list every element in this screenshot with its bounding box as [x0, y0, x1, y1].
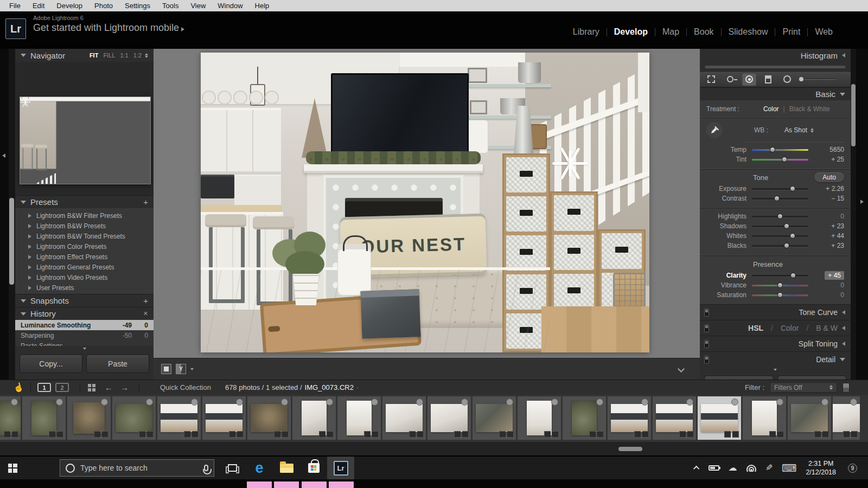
preset-folder[interactable]: Lightroom Effect Presets	[15, 252, 154, 262]
collapse-right-panel-icon[interactable]	[860, 200, 864, 204]
filmstrip-thumbnail[interactable]	[653, 396, 696, 440]
module-library[interactable]: Library	[566, 27, 607, 37]
filmstrip-thumbnail[interactable]	[22, 396, 66, 440]
graduated-filter-icon[interactable]	[761, 73, 775, 86]
slider-thumb[interactable]	[770, 147, 775, 152]
navigator-header[interactable]: Navigator FIT FILL 1:1 1:2	[15, 49, 154, 62]
preset-folder[interactable]: Lightroom Video Presets	[15, 272, 154, 282]
view-options-caret-icon[interactable]	[190, 368, 194, 370]
panel-end-caret-icon[interactable]	[83, 348, 86, 350]
eyedropper-icon[interactable]	[706, 122, 723, 138]
left-scrollbar-thumb[interactable]	[9, 198, 14, 285]
zoom-1-2[interactable]: 1:2	[133, 52, 142, 59]
menu-settings[interactable]: Settings	[119, 2, 156, 10]
panel-toggle[interactable]	[704, 356, 709, 364]
filmstrip-scrollbar-thumb[interactable]	[618, 447, 642, 451]
navigator-preview[interactable]: OUR NEST	[20, 97, 150, 184]
menu-photo[interactable]: Photo	[88, 2, 119, 10]
slider-thumb[interactable]	[784, 243, 789, 248]
loupe-view-icon[interactable]	[161, 364, 171, 374]
filmstrip-thumbnail[interactable]	[337, 396, 381, 440]
treatment-color-option[interactable]: Color	[763, 105, 779, 113]
clear-history-icon[interactable]: ✕	[143, 310, 148, 317]
grid-view-icon[interactable]	[88, 384, 95, 391]
preset-folder[interactable]: Lightroom B&W Presets	[15, 221, 154, 231]
reset-button[interactable]: Reset	[777, 376, 847, 380]
mic-icon[interactable]	[204, 465, 208, 471]
module-slideshow[interactable]: Slideshow	[722, 27, 775, 37]
zoom-fill[interactable]: FILL	[103, 52, 115, 59]
filmstrip-thumbnail[interactable]	[788, 396, 831, 440]
filmstrip-thumbnail[interactable]	[518, 396, 561, 440]
store-icon[interactable]	[300, 457, 327, 479]
windows-start-icon[interactable]	[0, 457, 25, 479]
hand-tool-icon[interactable]: ☝	[12, 381, 25, 394]
wb-value[interactable]: As Shot	[784, 126, 807, 134]
whites-slider-track[interactable]	[752, 235, 808, 237]
slider-thumb[interactable]	[784, 223, 789, 229]
filmstrip-thumbnail[interactable]	[833, 396, 860, 440]
history-step[interactable]: Sharpening -50 0	[15, 330, 154, 341]
crop-overlay-icon[interactable]	[704, 73, 718, 86]
module-book[interactable]: Book	[687, 27, 720, 37]
taskbar-search[interactable]	[60, 459, 214, 477]
preset-folder[interactable]: Lightroom B&W Toned Presets	[15, 231, 154, 241]
main-photo[interactable]: OUR NEST	[201, 53, 649, 352]
module-develop[interactable]: Develop	[607, 27, 655, 37]
module-web[interactable]: Web	[808, 27, 840, 37]
slider-thumb[interactable]	[777, 282, 783, 288]
pen-icon[interactable]: ✎	[765, 464, 773, 472]
snapshots-header[interactable]: Snapshots +	[15, 294, 154, 307]
vibrance-slider-track[interactable]	[752, 285, 808, 286]
filmstrip-thumbnail[interactable]	[247, 396, 291, 440]
preset-folder[interactable]: Lightroom B&W Filter Presets	[15, 210, 154, 221]
menu-help[interactable]: Help	[249, 2, 276, 10]
adjustment-brush-icon[interactable]	[799, 73, 836, 86]
previous-button[interactable]: Previous	[704, 376, 774, 380]
filmstrip-thumbnail[interactable]	[202, 396, 246, 440]
history-header[interactable]: History ✕	[15, 307, 154, 320]
wifi-icon[interactable]	[746, 465, 756, 472]
filmstrip-thumbnail[interactable]	[67, 396, 111, 440]
navigator-preview-photo[interactable]: OUR NEST	[20, 97, 150, 184]
monitor-2-icon[interactable]: 2	[55, 383, 69, 392]
red-eye-icon[interactable]	[742, 73, 756, 86]
menu-tools[interactable]: Tools	[156, 2, 184, 10]
highlights-slider-track[interactable]	[752, 216, 808, 217]
filter-switch[interactable]	[843, 383, 850, 393]
hsl-header[interactable]: HSL / Color / B & W	[700, 320, 851, 336]
edge-icon[interactable]: e	[246, 457, 273, 479]
zoom-fit[interactable]: FIT	[90, 52, 99, 59]
keyboard-icon[interactable]: ⌨	[782, 463, 796, 473]
contrast-slider-track[interactable]	[752, 198, 808, 200]
history-step[interactable]: Paste Settings	[15, 341, 154, 346]
paste-button[interactable]: Paste	[86, 355, 149, 373]
zoom-1-1[interactable]: 1:1	[120, 52, 128, 59]
panel-toggle[interactable]	[704, 340, 709, 348]
spot-removal-icon[interactable]	[723, 73, 737, 86]
collapse-left-panel-icon[interactable]	[2, 153, 5, 158]
blacks-slider-track[interactable]	[752, 245, 808, 247]
slider-thumb[interactable]	[777, 292, 783, 298]
next-photo-icon[interactable]: →	[120, 383, 129, 392]
detail-header[interactable]: Detail	[700, 351, 851, 367]
exposure-slider-track[interactable]	[752, 188, 808, 190]
search-input[interactable]	[80, 464, 199, 472]
file-explorer-icon[interactable]	[273, 457, 300, 479]
slider-thumb[interactable]	[790, 186, 795, 191]
filmstrip-status[interactable]: 678 photos / 1 selected / IMG_0073.CR2 ·	[225, 383, 359, 391]
taskbar-clock[interactable]: 2:31 PM 2/12/2018	[806, 459, 836, 477]
basic-panel-header[interactable]: Basic	[700, 87, 851, 100]
slider-thumb[interactable]	[774, 196, 780, 201]
split-toning-header[interactable]: Split Toning	[700, 336, 851, 351]
temp-slider-track[interactable]	[752, 149, 808, 151]
presets-header[interactable]: Presets +	[15, 195, 154, 208]
tray-chevron-icon[interactable]	[693, 466, 699, 472]
preset-folder[interactable]: User Presets	[15, 282, 154, 293]
menu-file[interactable]: File	[3, 2, 27, 10]
create-snapshot-icon[interactable]: +	[143, 297, 148, 305]
monitor-1-icon[interactable]: 1	[37, 383, 51, 392]
onedrive-cloud-icon[interactable]: ☁	[729, 464, 737, 472]
panel-end-caret-icon[interactable]	[774, 369, 777, 371]
shadows-slider-track[interactable]	[752, 226, 808, 227]
